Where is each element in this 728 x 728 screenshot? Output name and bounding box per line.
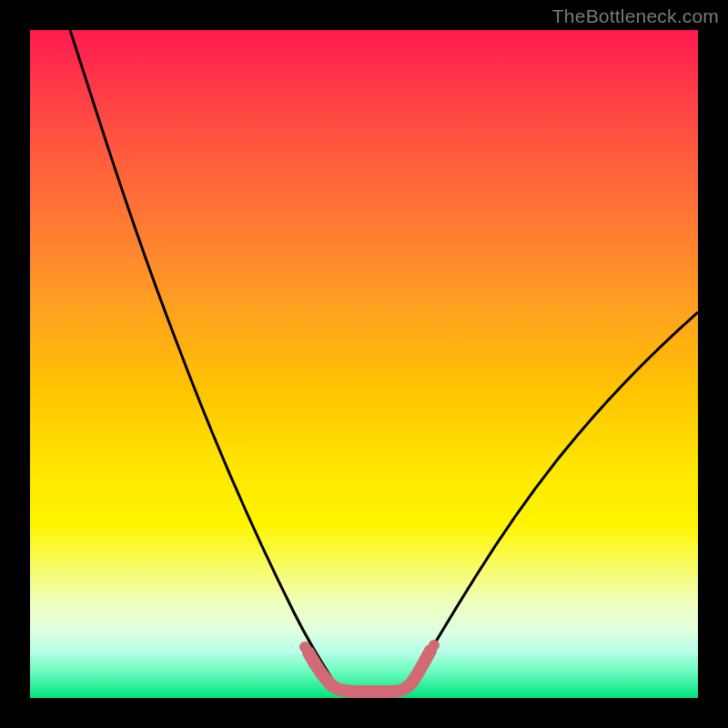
plot-area	[30, 30, 698, 698]
pink-dot-icon	[429, 640, 440, 651]
watermark-text: TheBottleneck.com	[552, 5, 719, 27]
pink-highlight	[308, 651, 430, 692]
pink-dot-icon	[420, 656, 430, 667]
pink-dot-icon	[308, 658, 319, 669]
outer-frame: TheBottleneck.com	[0, 0, 728, 728]
pink-dot-icon	[299, 642, 310, 652]
black-curve-right	[410, 312, 698, 683]
black-curve-left	[70, 30, 335, 683]
curve-layer	[30, 30, 698, 698]
